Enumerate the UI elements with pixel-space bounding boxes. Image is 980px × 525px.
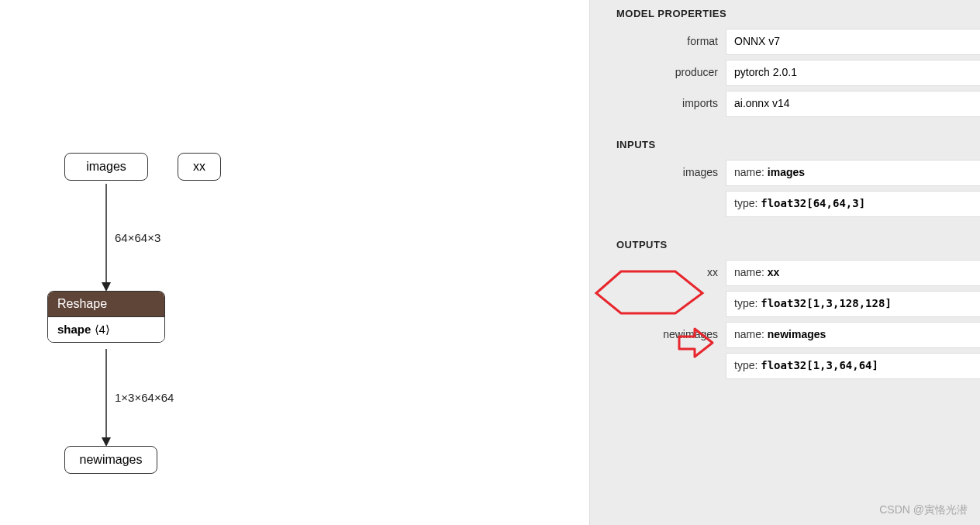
op-attr: shape ⟨4⟩	[48, 317, 164, 342]
prop-value: ai.onnx v14	[726, 91, 980, 117]
node-newimages[interactable]: newimages	[64, 446, 157, 474]
node-reshape[interactable]: Reshape shape ⟨4⟩	[47, 291, 165, 343]
io-label: images	[590, 160, 726, 217]
node-images[interactable]: images	[64, 153, 148, 181]
input-images: images name: images type: float32[64,64,…	[590, 160, 980, 217]
node-label: xx	[193, 160, 205, 173]
op-header: Reshape	[48, 292, 164, 317]
prop-label: format	[590, 29, 726, 55]
section-model-properties: MODEL PROPERTIES	[590, 0, 980, 29]
section-outputs: OUTPUTS	[590, 222, 980, 260]
node-xx[interactable]: xx	[178, 153, 221, 181]
edge-label-1: 64×64×3	[115, 231, 160, 244]
section-inputs: INPUTS	[590, 122, 980, 160]
output-newimages: newimages name: newimages type: float32[…	[590, 322, 980, 379]
prop-value: pytorch 2.0.1	[726, 60, 980, 86]
node-label: images	[86, 160, 126, 173]
io-name: name: images	[726, 160, 980, 186]
io-label: xx	[590, 260, 726, 317]
io-type: type: float32[64,64,3]	[726, 191, 980, 217]
prop-value: ONNX v7	[726, 29, 980, 55]
prop-label: producer	[590, 60, 726, 86]
graph-canvas[interactable]: images xx Reshape shape ⟨4⟩ newimages 64…	[0, 0, 589, 525]
output-xx: xx name: xx type: float32[1,3,128,128]	[590, 260, 980, 317]
io-label: newimages	[590, 322, 726, 379]
io-name: name: xx	[726, 260, 980, 286]
properties-sidebar: MODEL PROPERTIES format ONNX v7 producer…	[589, 0, 980, 525]
prop-format: format ONNX v7	[590, 29, 980, 55]
node-label: newimages	[80, 453, 143, 466]
io-name: name: newimages	[726, 322, 980, 348]
prop-label: imports	[590, 91, 726, 117]
prop-producer: producer pytorch 2.0.1	[590, 60, 980, 86]
edge-label-2: 1×3×64×64	[115, 391, 174, 404]
io-type: type: float32[1,3,64,64]	[726, 353, 980, 379]
io-type: type: float32[1,3,128,128]	[726, 291, 980, 317]
watermark: CSDN @寅恪光潜	[879, 503, 968, 517]
prop-imports: imports ai.onnx v14	[590, 91, 980, 117]
